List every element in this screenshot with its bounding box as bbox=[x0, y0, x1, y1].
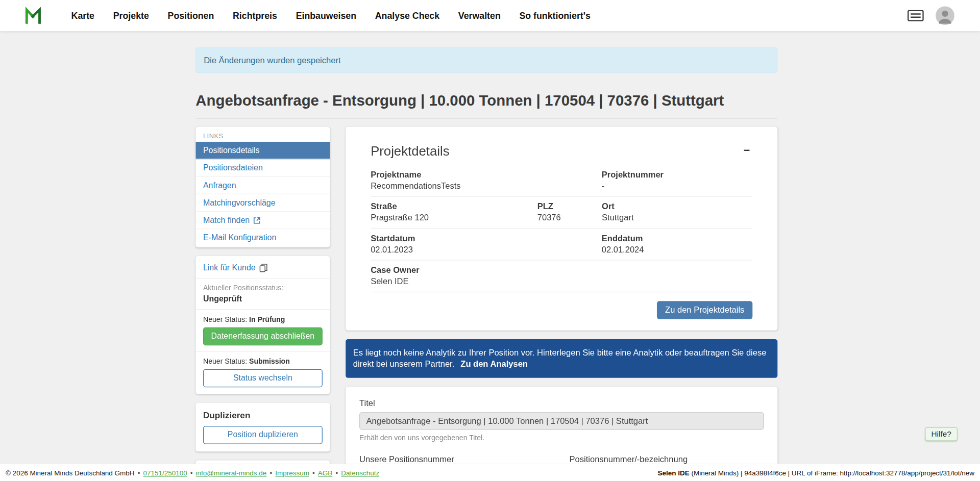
nav-item-positionen[interactable]: Positionen bbox=[168, 11, 214, 21]
analytics-link[interactable]: Zu den Analysen bbox=[460, 359, 528, 368]
footer-user-info: Selen IDE (Mineral Minds) | 94a398f4f6ce… bbox=[658, 469, 974, 476]
project-details-button[interactable]: Zu den Projektdetails bbox=[657, 301, 752, 319]
projektname-field: Projektname RecommendationsTests bbox=[371, 170, 602, 190]
customer-link-label: Link für Kunde bbox=[203, 263, 256, 272]
startdatum-label: Startdatum bbox=[371, 234, 602, 243]
divider bbox=[195, 278, 330, 279]
main-content: Projektdetails − Projektname Recommendat… bbox=[346, 127, 777, 481]
projektnummer-value: - bbox=[602, 181, 753, 190]
sidebar: LINKS Positionsdetails Positionsdateien … bbox=[195, 127, 330, 481]
project-details-header: Projektdetails − bbox=[371, 144, 752, 159]
nav-item-so-funktionierts[interactable]: So funktioniert's bbox=[519, 11, 590, 21]
person-icon bbox=[936, 6, 954, 25]
copyright-text: © 2026 Mineral Minds Deutschland GmbH bbox=[6, 469, 134, 476]
main-nav: Karte Projekte Positionen Richtpreis Ein… bbox=[71, 11, 591, 21]
customer-link[interactable]: Link für Kunde bbox=[203, 263, 267, 272]
plz-value: 70376 bbox=[537, 213, 602, 222]
external-link-icon bbox=[253, 216, 261, 224]
startdatum-value: 02.01.2023 bbox=[371, 245, 602, 254]
collapse-icon[interactable]: − bbox=[741, 144, 753, 158]
main-container: Die Änderungen wurden gespeichert Angebo… bbox=[195, 47, 777, 481]
footer: © 2026 Mineral Minds Deutschland GmbH 07… bbox=[0, 464, 980, 481]
server-glyph bbox=[908, 10, 924, 21]
strasse-field: Straße Pragstraße 120 bbox=[371, 202, 537, 222]
projektname-value: RecommendationsTests bbox=[371, 181, 602, 190]
titel-help: Erhält den von uns vorgegebenen Titel. bbox=[359, 435, 764, 442]
sidebar-item-match-finden[interactable]: Match finden bbox=[195, 212, 330, 229]
top-navbar: Karte Projekte Positionen Richtpreis Ein… bbox=[0, 0, 980, 31]
nav-item-karte[interactable]: Karte bbox=[71, 11, 94, 21]
new-status-label: Neuer Status: bbox=[203, 357, 247, 365]
plz-field: PLZ 70376 bbox=[537, 202, 602, 222]
email-link[interactable]: info@mineral-minds.de bbox=[187, 469, 267, 476]
titel-input bbox=[359, 413, 764, 430]
logo-glyph bbox=[24, 6, 43, 25]
project-details-footer: Zu den Projektdetails bbox=[371, 301, 752, 319]
links-header: LINKS bbox=[195, 127, 330, 142]
strasse-value: Pragstraße 120 bbox=[371, 213, 537, 222]
our-number-label: Unsere Positionsnummer bbox=[359, 455, 554, 464]
user-avatar[interactable] bbox=[936, 6, 954, 25]
complete-data-entry-button[interactable]: Datenerfassung abschließen bbox=[203, 327, 323, 345]
content-row: LINKS Positionsdetails Positionsdateien … bbox=[195, 127, 777, 481]
project-details-title: Projektdetails bbox=[371, 144, 449, 159]
analytics-banner-text: Es liegt noch keine Analytik zu Ihrer Po… bbox=[353, 348, 767, 369]
current-status-label: Aktueller Positionsstatus: bbox=[203, 284, 323, 292]
project-row: Projektname RecommendationsTests Projekt… bbox=[371, 165, 752, 196]
phone-link[interactable]: 07151/250100 bbox=[135, 469, 187, 476]
sidebar-item-email-konfiguration[interactable]: E-Mail Konfiguration bbox=[195, 229, 330, 246]
plz-label: PLZ bbox=[537, 202, 602, 211]
agb-link[interactable]: AGB bbox=[309, 469, 332, 476]
page-title: Angebotsanfrage - Entsorgung | 10.000 To… bbox=[195, 92, 777, 119]
app-root: Karte Projekte Positionen Richtpreis Ein… bbox=[0, 0, 980, 481]
titel-group: Titel Erhält den von uns vorgegebenen Ti… bbox=[359, 399, 764, 442]
sidebar-item-anfragen[interactable]: Anfragen bbox=[195, 177, 330, 194]
success-alert: Die Änderungen wurden gespeichert bbox=[195, 47, 777, 73]
project-row: Straße Pragstraße 120 PLZ 70376 Ort Stut… bbox=[371, 197, 752, 229]
divider bbox=[195, 351, 330, 351]
current-status-value: Ungeprüft bbox=[203, 294, 323, 303]
nav-item-verwalten[interactable]: Verwalten bbox=[458, 11, 501, 21]
ort-field: Ort Stuttgart bbox=[602, 202, 752, 222]
sidebar-item-matchingvorschlaege[interactable]: Matchingvorschläge bbox=[195, 194, 330, 212]
help-button[interactable]: Hilfe? bbox=[925, 427, 958, 441]
projektnummer-label: Projektnummer bbox=[602, 170, 753, 179]
analytics-banner: Es liegt noch keine Analytik zu Ihrer Po… bbox=[346, 339, 777, 378]
duplicate-position-button[interactable]: Position duplizieren bbox=[203, 426, 323, 444]
new-status-line-1: Neuer Status: In Prüfung bbox=[203, 315, 323, 323]
enddatum-label: Enddatum bbox=[602, 234, 753, 243]
nav-item-projekte[interactable]: Projekte bbox=[113, 11, 149, 21]
switch-status-button[interactable]: Status wechseln bbox=[203, 369, 323, 387]
case-owner-label: Case Owner bbox=[371, 265, 752, 274]
duplicate-card: Duplizieren Position duplizieren bbox=[195, 403, 330, 451]
ort-label: Ort bbox=[602, 202, 752, 211]
titel-label: Titel bbox=[359, 399, 764, 408]
mineral-minds-logo-icon[interactable] bbox=[24, 6, 44, 26]
projektnummer-field: Projektnummer - bbox=[602, 170, 753, 190]
sidebar-item-positionsdateien[interactable]: Positionsdateien bbox=[195, 159, 330, 176]
links-card: LINKS Positionsdetails Positionsdateien … bbox=[195, 127, 330, 247]
sidebar-item-label: Match finden bbox=[203, 215, 250, 224]
duplicate-title: Duplizieren bbox=[203, 410, 323, 420]
strasse-label: Straße bbox=[371, 202, 537, 211]
projektname-label: Projektname bbox=[371, 170, 602, 179]
footer-user-details: (Mineral Minds) | 94a398f4f6ce | URL of … bbox=[690, 469, 974, 476]
nav-item-richtpreis[interactable]: Richtpreis bbox=[233, 11, 277, 21]
sidebar-item-positionsdetails[interactable]: Positionsdetails bbox=[195, 142, 330, 159]
divider bbox=[195, 309, 330, 310]
project-row: Startdatum 02.01.2023 Enddatum 02.01.202… bbox=[371, 229, 752, 260]
footer-left: © 2026 Mineral Minds Deutschland GmbH 07… bbox=[6, 469, 379, 476]
nav-item-einbauweisen[interactable]: Einbauweisen bbox=[296, 11, 356, 21]
status-card: Link für Kunde Aktueller Positionsstatus… bbox=[195, 256, 330, 394]
copy-icon bbox=[259, 263, 267, 272]
datenschutz-link[interactable]: Datenschutz bbox=[332, 469, 379, 476]
custom-number-label: Positionsnummer/-bezeichnung bbox=[570, 455, 764, 464]
project-details-card: Projektdetails − Projektname Recommendat… bbox=[346, 127, 777, 331]
enddatum-value: 02.01.2024 bbox=[602, 245, 753, 254]
footer-user-name: Selen IDE bbox=[658, 469, 690, 476]
server-icon[interactable] bbox=[908, 10, 924, 21]
nav-item-analyse-check[interactable]: Analyse Check bbox=[375, 11, 439, 21]
impressum-link[interactable]: Impressum bbox=[266, 469, 309, 476]
new-status-value: In Prüfung bbox=[249, 315, 285, 323]
ort-value: Stuttgart bbox=[602, 213, 752, 222]
